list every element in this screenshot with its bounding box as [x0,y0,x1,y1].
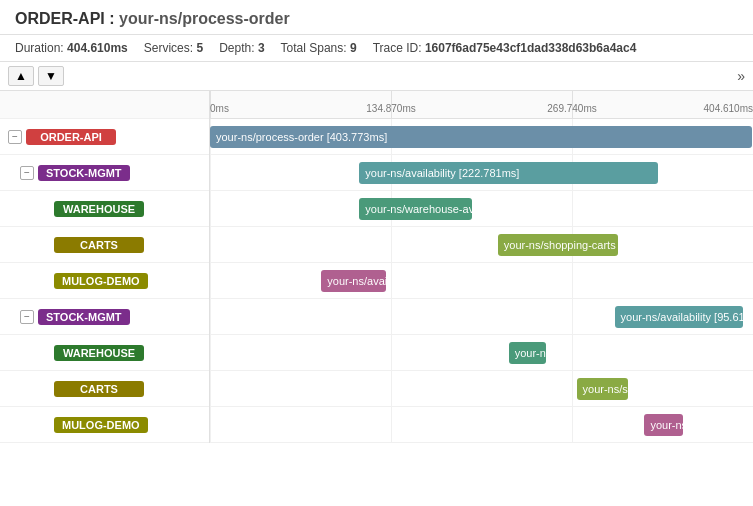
grid-line [210,335,211,370]
depth-value: 3 [258,41,265,55]
time-ruler: 0ms134.870ms269.740ms404.610ms [210,91,753,119]
span-bar-warehouse-2[interactable]: your-ns/warehouse-availability [27.803ms… [509,342,546,364]
ruler-label-1: 134.870ms [366,103,415,114]
label-row-order-api: −ORDER-API [0,119,209,155]
grid-line [572,191,573,226]
grid-line [572,335,573,370]
span-bar-warehouse-1[interactable]: your-ns/warehouse-availability [83.662ms… [359,198,471,220]
label-row-carts-1: CARTS [0,227,209,263]
labels-column: −ORDER-API−STOCK-MGMTWAREHOUSECARTSMULOG… [0,91,210,443]
duration-label: Duration: 404.610ms [15,41,128,55]
grid-line [391,227,392,262]
timeline-column: 0ms134.870ms269.740ms404.610ms your-ns/p… [210,91,753,443]
collapse-btn-stock-mgmt-1[interactable]: − [20,166,34,180]
service-badge-warehouse-2: WAREHOUSE [54,345,144,361]
header: ORDER-API : your-ns/process-order [0,0,753,35]
ruler-label-2: 269.740ms [547,103,596,114]
grid-line [210,155,211,190]
grid-line [391,299,392,334]
grid-line [572,299,573,334]
grid-line [210,191,211,226]
grid-line [572,371,573,406]
ruler-label-0: 0ms [210,103,229,114]
span-bar-mulog-demo-1[interactable]: your-ns/availability-estimator [48.133ms… [321,270,386,292]
grid-line [210,407,211,442]
app-name: ORDER-API [15,10,105,27]
service-badge-stock-mgmt-1: STOCK-MGMT [38,165,130,181]
trace-id-label: Trace ID: 1607f6ad75e43cf1dad338d63b6a4a… [373,41,637,55]
span-row-warehouse-2: your-ns/warehouse-availability [27.803ms… [210,335,753,371]
grid-line [572,263,573,298]
services-value: 5 [196,41,203,55]
span-row-stock-mgmt-1: your-ns/availability [222.781ms] [210,155,753,191]
duration-value: 404.610ms [67,41,128,55]
grid-line [391,371,392,406]
services-label: Services: 5 [144,41,203,55]
label-row-warehouse-1: WAREHOUSE [0,191,209,227]
grid-line [210,371,211,406]
ruler-label-3: 404.610ms [704,103,753,114]
service-badge-carts-1: CARTS [54,237,144,253]
span-bar-stock-mgmt-2[interactable]: your-ns/availability [95.610ms] [615,306,743,328]
trace-container: −ORDER-API−STOCK-MGMTWAREHOUSECARTSMULOG… [0,91,753,443]
trace-id-value: 1607f6ad75e43cf1dad338d63b6a4ac4 [425,41,637,55]
grid-line [391,407,392,442]
grid-line [572,407,573,442]
grid-line [391,263,392,298]
span-row-stock-mgmt-2: your-ns/availability [95.610ms] [210,299,753,335]
toolbar: ▲ ▼ » [0,62,753,91]
grid-line [391,335,392,370]
service-badge-mulog-demo-2: MULOG-DEMO [54,417,148,433]
label-row-warehouse-2: WAREHOUSE [0,335,209,371]
header-separator: : [109,10,119,27]
label-row-carts-2: CARTS [0,371,209,407]
label-row-mulog-demo-1: MULOG-DEMO [0,263,209,299]
service-badge-warehouse-1: WAREHOUSE [54,201,144,217]
ruler-spacer [0,91,209,119]
label-row-mulog-demo-2: MULOG-DEMO [0,407,209,443]
collapse-btn-stock-mgmt-2[interactable]: − [20,310,34,324]
span-row-carts-1: your-ns/shopping-carts [89.320ms] [210,227,753,263]
down-button[interactable]: ▼ [38,66,64,86]
service-badge-mulog-demo-1: MULOG-DEMO [54,273,148,289]
label-row-stock-mgmt-1: −STOCK-MGMT [0,155,209,191]
up-button[interactable]: ▲ [8,66,34,86]
collapse-btn-order-api[interactable]: − [8,130,22,144]
meta-bar: Duration: 404.610ms Services: 5 Depth: 3… [0,35,753,62]
service-badge-stock-mgmt-2: STOCK-MGMT [38,309,130,325]
service-badge-order-api: ORDER-API [26,129,116,145]
span-bar-carts-2[interactable]: your-ns/shopping-carts [38.349ms] [577,378,629,400]
span-row-mulog-demo-1: your-ns/availability-estimator [48.133ms… [210,263,753,299]
grid-line [210,263,211,298]
span-bar-stock-mgmt-1[interactable]: your-ns/availability [222.781ms] [359,162,658,184]
span-row-mulog-demo-2: your-ns/availability-estimator [29.216ms… [210,407,753,443]
span-bar-mulog-demo-2[interactable]: your-ns/availability-estimator [29.216ms… [644,414,683,436]
span-row-order-api: your-ns/process-order [403.773ms] [210,119,753,155]
route: your-ns/process-order [119,10,290,27]
expand-icon: » [737,68,745,84]
depth-label: Depth: 3 [219,41,264,55]
span-bar-order-api[interactable]: your-ns/process-order [403.773ms] [210,126,752,148]
span-row-warehouse-1: your-ns/warehouse-availability [83.662ms… [210,191,753,227]
label-row-stock-mgmt-2: −STOCK-MGMT [0,299,209,335]
service-badge-carts-2: CARTS [54,381,144,397]
grid-line [210,299,211,334]
span-row-carts-2: your-ns/shopping-carts [38.349ms] [210,371,753,407]
span-bar-carts-1[interactable]: your-ns/shopping-carts [89.320ms] [498,234,618,256]
grid-line [210,227,211,262]
total-spans-value: 9 [350,41,357,55]
total-spans-label: Total Spans: 9 [281,41,357,55]
